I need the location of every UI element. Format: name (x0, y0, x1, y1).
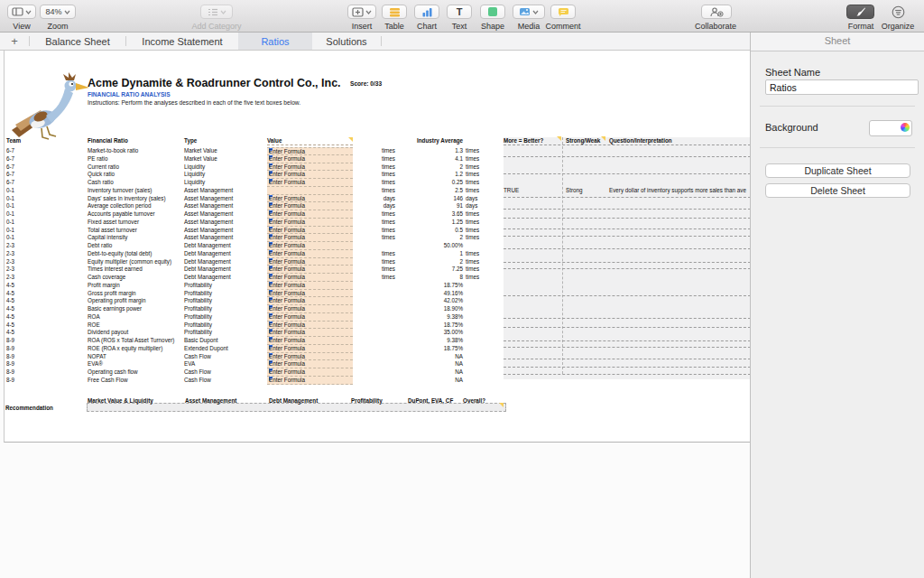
value-cell[interactable]: Enter Formula (267, 329, 353, 337)
value-cell[interactable]: Enter Formula (267, 179, 353, 187)
table-row: 2-3Debt-to-equity (total debt)Debt Manag… (5, 250, 750, 258)
table-row: 0-1Inventory turnover (sales)Asset Manag… (5, 187, 750, 195)
value-cell[interactable]: Enter Formula (267, 147, 353, 155)
value-placeholder: Enter Formula (269, 242, 305, 248)
industry-unit: times (466, 171, 479, 177)
value-cell[interactable]: Enter Formula (267, 345, 353, 353)
team-cell: 8-9 (6, 377, 14, 383)
type-cell: Liquidity (184, 171, 205, 177)
value-cell[interactable]: Enter Formula (267, 290, 353, 298)
zoom-button[interactable]: 84% (40, 5, 76, 19)
team-cell: 6-7 (6, 171, 14, 177)
summary-header: Overall? (463, 397, 485, 404)
type-cell: Profitability (184, 313, 212, 320)
value-cell[interactable]: Enter Formula (267, 242, 353, 250)
value-placeholder: Enter Formula (269, 377, 305, 383)
summary-header: Market Value & Liquidity (88, 397, 153, 404)
type-cell: Debt Management (184, 266, 231, 272)
type-cell: Debt Management (184, 250, 231, 256)
value-cell[interactable]: Enter Formula (267, 368, 353, 377)
duplicate-sheet-button[interactable]: Duplicate Sheet (765, 163, 910, 178)
table-row: 0-1Fixed asset turnoverAsset ManagementE… (5, 219, 750, 227)
value-cell[interactable]: Enter Formula (267, 227, 353, 235)
industry-value: 1.3 (383, 147, 463, 154)
value-cell[interactable]: Enter Formula (267, 202, 353, 210)
team-cell: 8-9 (6, 353, 14, 359)
team-cell: 8-9 (6, 368, 14, 375)
value-cell[interactable]: Enter Formula (267, 353, 353, 361)
comment-button[interactable] (550, 5, 576, 19)
chart-button[interactable] (414, 5, 439, 19)
value-cell[interactable]: Enter Formula (267, 377, 353, 385)
add-sheet-button[interactable]: + (0, 33, 29, 50)
team-cell: 4-5 (6, 313, 14, 320)
value-cell[interactable]: Enter Formula (267, 337, 353, 345)
value-placeholder: Enter Formula (269, 210, 305, 217)
value-cell[interactable]: Enter Formula (267, 313, 353, 322)
ratio-cell: Capital intensity (88, 234, 127, 240)
format-brush-icon (855, 6, 866, 17)
value-cell[interactable]: Enter Formula (267, 305, 353, 313)
comment-marker-icon (601, 136, 605, 141)
sheet-canvas[interactable]: Acme Dynamite & Roadrunner Control Co., … (4, 51, 750, 443)
value-cell[interactable]: Enter Formula (267, 234, 353, 242)
col-header-strong-weak: Strong/Weak (566, 137, 600, 144)
value-cell[interactable]: Enter Formula (267, 219, 353, 227)
table-button[interactable] (382, 5, 407, 19)
value-cell[interactable]: Enter Formula (267, 282, 353, 290)
insert-button[interactable] (347, 5, 376, 19)
value-cell[interactable]: Enter Formula (267, 258, 353, 266)
value-placeholder: Enter Formula (269, 155, 305, 162)
value-cell[interactable] (267, 187, 353, 195)
industry-value: 42.02% (383, 297, 463, 303)
tab-income-statement[interactable]: Income Statement (126, 33, 238, 50)
value-cell[interactable]: Enter Formula (267, 163, 353, 172)
view-button[interactable] (7, 5, 36, 19)
industry-value: NA (383, 360, 463, 367)
industry-value: 18.75% (383, 322, 463, 328)
value-cell[interactable]: Enter Formula (267, 210, 353, 219)
row-separator-dashed (504, 268, 750, 269)
value-cell[interactable]: Enter Formula (267, 360, 353, 368)
team-cell: 2-3 (6, 242, 14, 248)
more-better-cell: TRUE (504, 187, 519, 193)
value-cell[interactable]: Enter Formula (267, 266, 353, 274)
tab-balance-sheet[interactable]: Balance Sheet (30, 33, 125, 50)
tab-ratios[interactable]: Ratios (238, 33, 312, 50)
industry-value: 35.00% (383, 329, 463, 335)
table-row: 4-5ROEProfitabilityEnter Formula18.75% (5, 322, 750, 330)
industry-value: 146 (383, 195, 463, 201)
value-cell[interactable]: Enter Formula (267, 297, 353, 305)
value-cell[interactable]: Enter Formula (267, 195, 353, 203)
value-cell[interactable]: Enter Formula (267, 155, 353, 163)
recommendation-cell[interactable] (87, 403, 506, 412)
shape-button[interactable] (480, 5, 505, 19)
sheet-name-input[interactable] (765, 79, 919, 95)
media-button[interactable] (513, 5, 545, 19)
ratio-cell: Inventory turnover (sales) (88, 187, 152, 193)
value-cell[interactable]: Enter Formula (267, 322, 353, 330)
table-row: 6-7Cash ratioLiquidityEnter Formulatimes… (5, 179, 750, 187)
industry-value: 9.38% (383, 313, 463, 320)
ratio-cell: Accounts payable turnover (88, 210, 155, 217)
strong-weak-cell: Strong (566, 187, 583, 193)
value-placeholder: Enter Formula (269, 282, 305, 288)
collaborate-button[interactable] (701, 5, 732, 19)
background-color-well[interactable] (869, 120, 912, 136)
value-placeholder: Enter Formula (269, 179, 305, 185)
type-cell: Profitability (184, 282, 212, 288)
value-placeholder: Enter Formula (269, 219, 305, 225)
value-cell[interactable]: Enter Formula (267, 171, 353, 179)
type-cell: Cash Flow (184, 353, 211, 359)
team-cell: 4-5 (6, 305, 14, 312)
ratio-cell: Current ratio (88, 163, 119, 170)
value-placeholder: Enter Formula (269, 297, 305, 303)
organize-button[interactable] (882, 5, 913, 19)
value-cell[interactable]: Enter Formula (267, 250, 353, 258)
value-cell[interactable]: Enter Formula (267, 274, 353, 282)
tab-solutions[interactable]: Solutions (312, 33, 381, 50)
team-cell: 0-1 (6, 234, 14, 240)
format-button[interactable] (846, 5, 874, 19)
text-button[interactable]: T (447, 5, 472, 19)
delete-sheet-button[interactable]: Delete Sheet (765, 183, 910, 198)
